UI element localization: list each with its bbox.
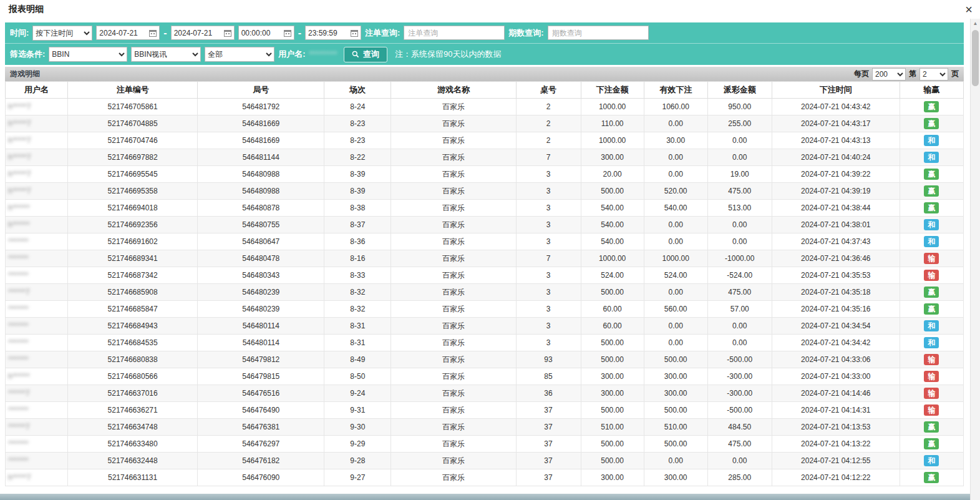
cell-session: 8-23 (324, 132, 391, 149)
cell-bet-id: 521746685908 (68, 284, 198, 301)
cell-round-id: 546480239 (198, 301, 324, 318)
cell-game-name: 百家乐 (391, 385, 516, 402)
cell-username: h****** (6, 200, 68, 217)
date-from-input[interactable]: 2024-07-21 (96, 26, 160, 40)
cell-bet-amount: 300.00 (581, 469, 644, 486)
cell-payout: 255.00 (707, 115, 772, 132)
cell-bet-id: 521746695358 (68, 183, 198, 200)
username-blurred: h*****7 (8, 136, 31, 145)
period-query-input[interactable] (548, 26, 649, 40)
time-type-select[interactable]: 按下注时间 (32, 26, 92, 41)
result-badge-win: 赢 (924, 118, 939, 129)
cell-game-name: 百家乐 (391, 233, 516, 250)
result-badge-tie: 和 (924, 337, 939, 348)
cell-result: 赢 (900, 200, 963, 217)
cell-bet-amount: 500.00 (581, 284, 644, 301)
cell-valid-bet: 0.00 (644, 217, 707, 233)
cell-valid-bet: 300.00 (644, 385, 707, 402)
cell-round-id: 546476182 (198, 453, 324, 469)
cell-valid-bet: 520.00 (644, 183, 707, 200)
result-badge-win: 赢 (924, 287, 939, 298)
cell-bet-amount: 540.00 (581, 217, 644, 233)
cell-bet-id: 521746689341 (68, 250, 198, 267)
cell-valid-bet: 1060.00 (644, 99, 707, 115)
cell-game-name: 百家乐 (391, 250, 516, 267)
column-header: 游戏名称 (391, 82, 516, 99)
cell-valid-bet: 0.00 (644, 318, 707, 335)
cell-payout: 0.00 (707, 335, 772, 351)
cell-table-no: 36 (516, 385, 581, 402)
scope-select[interactable]: 全部 (205, 47, 274, 62)
page-suffix: 页 (951, 69, 959, 79)
cell-bet-id: 521746694018 (68, 200, 198, 217)
table-row: *******5217466849435464801148-31百家乐360.0… (6, 318, 964, 335)
cell-valid-bet: 500.00 (644, 436, 707, 453)
cell-username: h*****7 (6, 115, 68, 132)
cell-round-id: 546480878 (198, 200, 324, 217)
table-row: *******5217466858475464802398-32百家乐360.0… (6, 301, 964, 318)
cell-payout: 0.00 (707, 318, 772, 335)
scrollbar-thumb[interactable] (972, 30, 979, 86)
table-row: *******5217466873425464803438-33百家乐3524.… (6, 267, 964, 284)
cell-payout: -1000.00 (707, 250, 772, 267)
table-row: *******5217466362715464764909-31百家乐37500… (6, 402, 964, 419)
cell-session: 8-39 (324, 166, 391, 183)
cell-session: 9-29 (324, 436, 391, 453)
page-select[interactable]: 2 (919, 68, 948, 81)
result-badge-tie: 和 (924, 152, 939, 163)
result-badge-tie: 和 (924, 320, 939, 331)
cell-table-no: 37 (516, 469, 581, 486)
cell-bet-amount: 500.00 (581, 453, 644, 469)
date-to-input[interactable]: 2024-07-21 (171, 26, 235, 40)
time-separator: - (298, 27, 301, 39)
category-select[interactable]: BBIN视讯 (131, 47, 201, 62)
calendar-icon[interactable] (224, 29, 231, 37)
cell-game-name: 百家乐 (391, 217, 516, 233)
cell-bet-time: 2024-07-21 04:14:46 (772, 385, 900, 402)
bet-query-input[interactable] (404, 26, 505, 40)
cell-bet-time: 2024-07-21 04:12:55 (772, 453, 900, 469)
cell-valid-bet: 300.00 (644, 368, 707, 385)
cell-bet-id: 521746633480 (68, 436, 198, 453)
cell-valid-bet: 540.00 (644, 200, 707, 217)
calendar-icon[interactable] (149, 29, 157, 37)
cell-username: h****** (6, 217, 68, 233)
result-badge-lose: 输 (924, 404, 939, 416)
close-icon[interactable]: × (965, 3, 973, 16)
cell-payout: 475.00 (707, 284, 772, 301)
time-from-value: 00:00:00 (241, 29, 271, 37)
cell-result: 输 (900, 368, 963, 385)
scrollbar-up-arrow[interactable]: ▲ (971, 19, 980, 29)
result-badge-lose: 输 (924, 371, 939, 382)
cell-bet-amount: 500.00 (581, 436, 644, 453)
cell-valid-bet: 0.00 (644, 233, 707, 250)
clock-icon[interactable] (284, 29, 291, 37)
platform-select[interactable]: BBIN (49, 47, 127, 62)
cell-result: 输 (900, 385, 963, 402)
time-from-input[interactable]: 00:00:00 (238, 26, 294, 40)
cell-session: 8-32 (324, 301, 391, 318)
table-row: h*****75217466311315464760909-27百家乐37300… (6, 469, 964, 486)
page-title: 报表明细 (9, 4, 44, 15)
per-page-select[interactable]: 200 (872, 68, 906, 81)
result-badge-lose: 输 (924, 354, 939, 365)
cell-table-no: 3 (516, 166, 581, 183)
cell-payout: 475.00 (707, 436, 772, 453)
cell-game-name: 百家乐 (391, 183, 516, 200)
table-row: h*****75217466978825464811448-22百家乐7300.… (6, 149, 964, 166)
result-badge-win: 赢 (924, 438, 939, 449)
horizontal-scrollbar[interactable] (0, 494, 970, 500)
time-to-input[interactable]: 23:59:59 (305, 26, 361, 40)
page-label: 第 (909, 69, 916, 79)
vertical-scrollbar[interactable]: ▲ (970, 19, 980, 500)
cell-bet-time: 2024-07-21 04:12:22 (772, 469, 900, 486)
query-button[interactable]: 查询 (344, 47, 387, 62)
cell-username: ******* (6, 436, 68, 453)
cell-payout: 19.00 (707, 166, 772, 183)
username-blurred: h****** (8, 372, 30, 381)
cell-round-id: 546476490 (198, 402, 324, 419)
cell-session: 8-36 (324, 233, 391, 250)
username-blurred: ******* (8, 305, 29, 313)
clock-icon[interactable] (351, 29, 358, 37)
column-header: 有效下注 (644, 82, 707, 99)
